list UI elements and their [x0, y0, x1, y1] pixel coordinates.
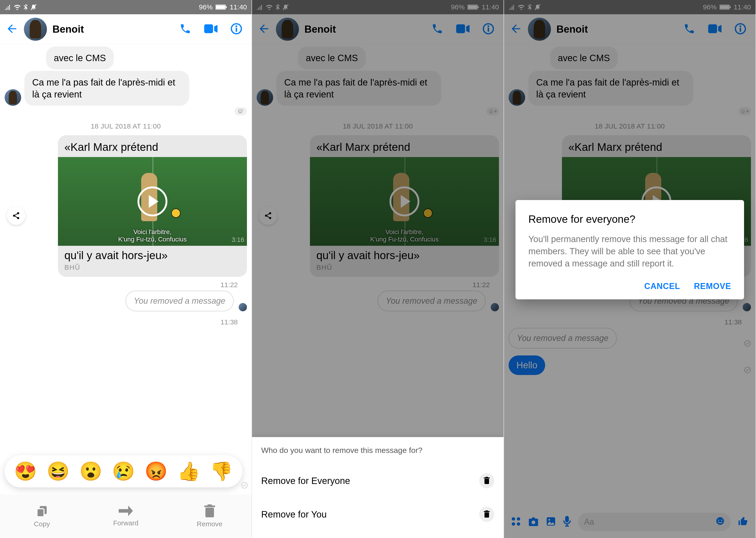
removed-message-bubble[interactable]: You removed a message: [126, 291, 234, 311]
time-label: 11:22: [5, 281, 247, 289]
copy-icon: [35, 505, 48, 517]
video-thumbnail[interactable]: Voici l'arbitre, K'ung Fu-tzŭ, Confucius…: [58, 157, 247, 246]
panel-copy-forward-remove: 96% 11:40 Benoit avec le CMS Ca me l'a p…: [0, 0, 252, 538]
incoming-message[interactable]: avec le CMS: [46, 46, 114, 70]
remove-you-option[interactable]: Remove for You: [261, 498, 494, 531]
dialog-body: You'll permanently remove this message f…: [528, 233, 731, 270]
svg-rect-38: [485, 477, 488, 478]
svg-rect-39: [484, 512, 489, 518]
option-label: Remove for You: [261, 509, 327, 519]
video-source: BHŬ: [58, 263, 247, 277]
svg-rect-36: [484, 479, 489, 484]
svg-rect-20: [205, 508, 214, 517]
incoming-message[interactable]: Ca me l'a pas fait de l'après-midi et là…: [25, 71, 189, 106]
video-subtitle: Voici l'arbitre, K'ung Fu-tzŭ, Confucius: [58, 228, 247, 243]
svg-rect-4: [204, 24, 213, 33]
svg-rect-19: [37, 509, 44, 517]
remove-label: Remove: [197, 520, 223, 528]
forward-icon: [119, 505, 133, 516]
battery-icon: [215, 4, 227, 10]
status-bar: 96% 11:40: [0, 0, 251, 14]
svg-rect-3: [226, 6, 227, 8]
remove-action[interactable]: Remove: [168, 494, 251, 538]
back-button[interactable]: [6, 22, 19, 36]
svg-rect-22: [207, 505, 212, 506]
play-icon[interactable]: [137, 187, 167, 216]
reaction-sad[interactable]: 😢: [112, 460, 135, 482]
share-button[interactable]: [7, 206, 25, 225]
confirm-remove-dialog: Remove for everyone? You'll permanently …: [515, 200, 744, 299]
signal-icon: [5, 4, 11, 10]
wifi-icon: [14, 4, 21, 10]
reaction-angry[interactable]: 😡: [145, 460, 168, 482]
option-label: Remove for Everyone: [261, 476, 350, 486]
video-title-bottom: qu'il y avait hors-jeu»: [58, 246, 247, 263]
reaction-love[interactable]: 😍: [14, 460, 37, 482]
copy-label: Copy: [34, 520, 50, 528]
svg-rect-2: [216, 5, 225, 9]
svg-line-16: [15, 216, 18, 218]
voice-call-button[interactable]: [176, 23, 195, 36]
info-button[interactable]: [227, 23, 246, 36]
time-label: 11:38: [5, 318, 247, 326]
bluetooth-icon: [24, 4, 27, 10]
status-time: 11:40: [230, 3, 247, 11]
video-call-button[interactable]: [200, 24, 221, 34]
chat-header: Benoit: [0, 14, 251, 44]
dialog-title: Remove for everyone?: [528, 213, 731, 225]
message-action-bar: Copy Forward Remove: [0, 494, 251, 538]
contact-name[interactable]: Benoit: [52, 24, 170, 35]
chat-body: avec le CMS Ca me l'a pas fait de l'aprè…: [0, 46, 251, 326]
svg-point-9: [239, 111, 240, 111]
svg-line-15: [15, 214, 18, 215]
battery-percent: 96%: [199, 3, 213, 11]
add-reaction-button[interactable]: +: [235, 107, 247, 115]
svg-point-8: [239, 109, 242, 113]
mute-icon: [30, 4, 37, 10]
video-message-card[interactable]: «Karl Marx prétend Voici l'arbitre, K'un…: [58, 135, 247, 277]
scrim[interactable]: [252, 0, 504, 442]
copy-action[interactable]: Copy: [0, 494, 84, 538]
reaction-thumbs-up[interactable]: 👍: [177, 460, 200, 482]
reaction-picker: 😍 😆 😮 😢 😡 👍 👎: [5, 455, 243, 487]
panel-remove-for-sheet: 96% 11:40 Benoit avec le CMS: [252, 0, 504, 538]
sent-check-icon: [241, 482, 248, 490]
cancel-button[interactable]: CANCEL: [644, 281, 680, 291]
seen-avatar: [239, 303, 247, 311]
svg-point-6: [236, 25, 237, 27]
svg-rect-41: [485, 511, 488, 511]
svg-point-10: [241, 111, 242, 111]
trash-icon: [479, 473, 494, 488]
trash-icon: [479, 507, 494, 522]
svg-text:+: +: [242, 109, 243, 112]
video-duration: 3:16: [232, 236, 244, 243]
video-title-top: «Karl Marx prétend: [58, 135, 247, 157]
reaction-wow[interactable]: 😮: [79, 460, 102, 482]
reaction-haha[interactable]: 😆: [47, 460, 70, 482]
forward-action[interactable]: Forward: [84, 494, 168, 538]
date-timestamp: 18 JUL 2018 AT 11:00: [5, 122, 247, 130]
panel-confirm-dialog: 96% 11:40 Benoit avec le CMS Ca me l'a p…: [504, 0, 756, 538]
remove-options-sheet: Who do you want to remove this message f…: [252, 437, 504, 538]
reaction-thumbs-down[interactable]: 👎: [210, 460, 233, 482]
sheet-title: Who do you want to remove this message f…: [261, 446, 494, 455]
remove-button[interactable]: REMOVE: [694, 281, 731, 291]
svg-rect-7: [236, 27, 237, 31]
remove-everyone-option[interactable]: Remove for Everyone: [261, 464, 494, 498]
trash-icon: [204, 505, 215, 517]
forward-label: Forward: [113, 519, 138, 527]
contact-avatar[interactable]: [24, 18, 47, 41]
sender-avatar[interactable]: [5, 89, 21, 106]
